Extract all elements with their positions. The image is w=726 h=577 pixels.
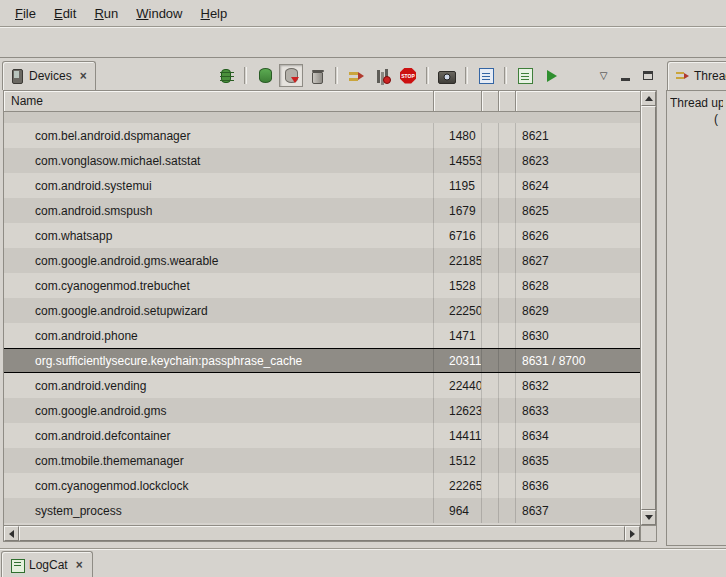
update-threads-icon[interactable]: [344, 64, 368, 87]
tab-logcat-close-icon[interactable]: ×: [76, 558, 83, 572]
device-row[interactable]: com.android.defcontainer144118634: [4, 423, 640, 448]
device-row[interactable]: com.cyanogenmod.trebuchet15288628: [4, 273, 640, 298]
vscroll-up-button[interactable]: [641, 91, 656, 106]
process-name-cell: com.tmobile.thememanager: [4, 448, 434, 473]
device-row[interactable]: com.cyanogenmod.lockclock222658636: [4, 473, 640, 498]
menu-item-run[interactable]: Run: [85, 2, 127, 25]
process-name-cell: com.android.vending: [4, 373, 434, 398]
process-pid-cell: 14553: [434, 148, 482, 173]
spacer-cell: [482, 448, 499, 473]
device-icon: [11, 69, 24, 83]
threads-content: Thread up (: [666, 90, 726, 546]
tab-threads[interactable]: Threads: [667, 61, 726, 90]
screen-capture-icon[interactable]: [435, 64, 459, 87]
dump-hprof-icon[interactable]: [279, 64, 303, 87]
stop-process-icon[interactable]: STOP: [396, 64, 420, 87]
tab-devices-close-icon[interactable]: ×: [80, 69, 87, 83]
process-port-cell: 8628: [516, 273, 640, 298]
hscroll-right-button[interactable]: [625, 526, 640, 541]
update-heap-icon[interactable]: [253, 64, 277, 87]
hscroll-left-button[interactable]: [4, 526, 19, 541]
ui-hierarchy-icon[interactable]: [474, 64, 498, 87]
process-pid-cell: 1480: [434, 123, 482, 148]
tab-devices-label: Devices: [29, 69, 72, 83]
hscroll-thumb[interactable]: [19, 526, 625, 541]
device-table-body: com.bel.android.dspmanager14808621com.vo…: [4, 112, 640, 525]
opengl-trace-icon[interactable]: [539, 64, 563, 87]
logcat-icon: [11, 558, 24, 572]
process-port-cell: 8637: [516, 498, 640, 523]
process-pid-cell: 964: [434, 498, 482, 523]
toolbar-separator: [244, 67, 247, 84]
process-name-cell: com.android.phone: [4, 323, 434, 348]
threads-panel: Threads Thread up (: [666, 60, 726, 546]
menu-item-help[interactable]: Help: [191, 2, 236, 25]
threads-message-line1: Thread up: [670, 96, 723, 110]
tab-devices[interactable]: Devices ×: [2, 61, 96, 90]
spacer-cell: [499, 273, 516, 298]
spacer-cell: [499, 373, 516, 398]
device-row[interactable]: com.tmobile.thememanager15128635: [4, 448, 640, 473]
column-header-name[interactable]: Name: [4, 91, 434, 112]
process-name-cell: com.android.systemui: [4, 173, 434, 198]
process-name-cell: com.google.android.gms.wearable: [4, 248, 434, 273]
spacer-cell: [482, 148, 499, 173]
process-pid-cell: 1471: [434, 323, 482, 348]
maximize-icon: [643, 71, 653, 80]
view-menu-icon: ▽: [600, 71, 608, 81]
vscroll-thumb[interactable]: [641, 106, 656, 510]
minimize-button[interactable]: [618, 68, 633, 83]
stop-label: STOP: [401, 73, 415, 78]
device-row[interactable]: com.google.android.setupwizard222508629: [4, 298, 640, 323]
device-row[interactable]: com.android.systemui11958624: [4, 173, 640, 198]
cause-gc-icon[interactable]: [305, 64, 329, 87]
menu-item-mnemonic: E: [54, 6, 63, 21]
process-port-cell: 8627: [516, 248, 640, 273]
device-row[interactable]: com.google.android.gms126238633: [4, 398, 640, 423]
column-header-port[interactable]: [516, 91, 640, 112]
vertical-scrollbar: [640, 91, 656, 525]
device-row[interactable]: com.android.smspush16798625: [4, 198, 640, 223]
table-header: Name: [4, 91, 640, 112]
column-header-heap[interactable]: [482, 91, 499, 112]
menu-item-window[interactable]: Window: [127, 2, 191, 25]
process-port-cell: 8626: [516, 223, 640, 248]
device-row[interactable]: com.whatsapp67168626: [4, 223, 640, 248]
method-profiling-icon[interactable]: [370, 64, 394, 87]
toolbar-separator: [335, 67, 338, 84]
device-row[interactable]: com.vonglasow.michael.satstat145538623: [4, 148, 640, 173]
spacer-cell: [482, 323, 499, 348]
device-row[interactable]: com.bel.android.dspmanager14808621: [4, 123, 640, 148]
device-row[interactable]: org.sufficientlysecure.keychain:passphra…: [4, 348, 640, 373]
spacer-cell: [482, 273, 499, 298]
menu-item-edit[interactable]: Edit: [45, 2, 85, 25]
view-menu-button[interactable]: ▽: [596, 68, 611, 83]
systrace-icon[interactable]: [513, 64, 537, 87]
column-header-pid[interactable]: [434, 91, 482, 112]
spacer-cell: [499, 349, 516, 372]
maximize-button[interactable]: [640, 68, 655, 83]
process-name-cell: com.android.defcontainer: [4, 423, 434, 448]
process-port-cell: 8635: [516, 448, 640, 473]
process-name-cell: com.vonglasow.michael.satstat: [4, 148, 434, 173]
device-row[interactable]: com.android.phone14718630: [4, 323, 640, 348]
menu-item-file[interactable]: File: [6, 2, 45, 25]
device-row[interactable]: com.google.android.gms.wearable221858627: [4, 248, 640, 273]
vscroll-down-button[interactable]: [641, 510, 656, 525]
column-header-threads[interactable]: [499, 91, 516, 112]
devices-toolbar-icons: STOP: [213, 64, 564, 87]
menu-item-mnemonic: F: [15, 6, 23, 21]
threads-message-line2: (: [714, 112, 723, 126]
device-row[interactable]: system_process9648637: [4, 498, 640, 523]
toolbar-separator: [465, 67, 468, 84]
tab-logcat[interactable]: LogCat ×: [1, 551, 93, 577]
process-port-cell: 8633: [516, 398, 640, 423]
debug-process-icon[interactable]: [214, 64, 238, 87]
spacer-cell: [499, 198, 516, 223]
process-pid-cell: 14411: [434, 423, 482, 448]
process-port-cell: 8621: [516, 123, 640, 148]
process-port-cell: 8632: [516, 373, 640, 398]
arrow-down-icon: [645, 515, 653, 520]
spacer-cell: [499, 223, 516, 248]
device-row[interactable]: com.android.vending224408632: [4, 373, 640, 398]
